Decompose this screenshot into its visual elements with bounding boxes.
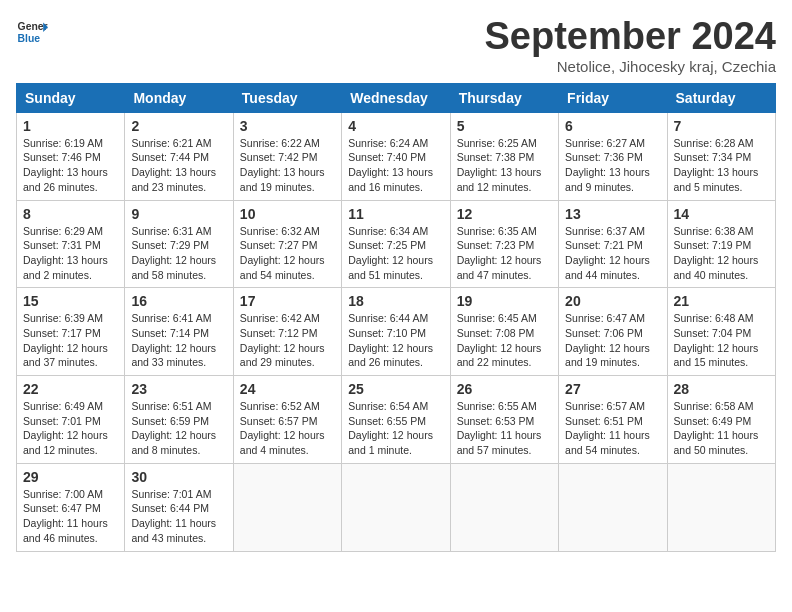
calendar-cell: 4Sunrise: 6:24 AM Sunset: 7:40 PM Daylig… <box>342 112 450 200</box>
day-number: 27 <box>565 381 660 397</box>
calendar-cell: 12Sunrise: 6:35 AM Sunset: 7:23 PM Dayli… <box>450 200 558 288</box>
day-number: 21 <box>674 293 769 309</box>
day-info: Sunrise: 6:35 AM Sunset: 7:23 PM Dayligh… <box>457 224 552 283</box>
day-number: 28 <box>674 381 769 397</box>
day-number: 14 <box>674 206 769 222</box>
day-number: 3 <box>240 118 335 134</box>
dow-header: Friday <box>559 83 667 112</box>
calendar-cell <box>559 463 667 551</box>
day-info: Sunrise: 6:22 AM Sunset: 7:42 PM Dayligh… <box>240 136 335 195</box>
calendar-cell: 29Sunrise: 7:00 AM Sunset: 6:47 PM Dayli… <box>17 463 125 551</box>
day-number: 26 <box>457 381 552 397</box>
day-info: Sunrise: 6:55 AM Sunset: 6:53 PM Dayligh… <box>457 399 552 458</box>
day-number: 7 <box>674 118 769 134</box>
day-info: Sunrise: 6:32 AM Sunset: 7:27 PM Dayligh… <box>240 224 335 283</box>
day-info: Sunrise: 6:54 AM Sunset: 6:55 PM Dayligh… <box>348 399 443 458</box>
calendar-cell: 10Sunrise: 6:32 AM Sunset: 7:27 PM Dayli… <box>233 200 341 288</box>
day-info: Sunrise: 6:25 AM Sunset: 7:38 PM Dayligh… <box>457 136 552 195</box>
calendar-week-row: 29Sunrise: 7:00 AM Sunset: 6:47 PM Dayli… <box>17 463 776 551</box>
days-of-week-row: SundayMondayTuesdayWednesdayThursdayFrid… <box>17 83 776 112</box>
day-number: 25 <box>348 381 443 397</box>
calendar-cell <box>450 463 558 551</box>
day-number: 22 <box>23 381 118 397</box>
day-info: Sunrise: 6:58 AM Sunset: 6:49 PM Dayligh… <box>674 399 769 458</box>
day-number: 19 <box>457 293 552 309</box>
day-number: 29 <box>23 469 118 485</box>
calendar-week-row: 22Sunrise: 6:49 AM Sunset: 7:01 PM Dayli… <box>17 376 776 464</box>
day-info: Sunrise: 6:44 AM Sunset: 7:10 PM Dayligh… <box>348 311 443 370</box>
day-info: Sunrise: 6:28 AM Sunset: 7:34 PM Dayligh… <box>674 136 769 195</box>
day-number: 17 <box>240 293 335 309</box>
logo-icon: General Blue <box>16 16 48 48</box>
day-info: Sunrise: 6:24 AM Sunset: 7:40 PM Dayligh… <box>348 136 443 195</box>
day-info: Sunrise: 6:29 AM Sunset: 7:31 PM Dayligh… <box>23 224 118 283</box>
day-number: 18 <box>348 293 443 309</box>
dow-header: Sunday <box>17 83 125 112</box>
calendar-cell <box>233 463 341 551</box>
day-info: Sunrise: 6:45 AM Sunset: 7:08 PM Dayligh… <box>457 311 552 370</box>
calendar-cell: 14Sunrise: 6:38 AM Sunset: 7:19 PM Dayli… <box>667 200 775 288</box>
day-number: 10 <box>240 206 335 222</box>
calendar-week-row: 15Sunrise: 6:39 AM Sunset: 7:17 PM Dayli… <box>17 288 776 376</box>
calendar-cell: 5Sunrise: 6:25 AM Sunset: 7:38 PM Daylig… <box>450 112 558 200</box>
day-number: 30 <box>131 469 226 485</box>
calendar-cell <box>667 463 775 551</box>
day-info: Sunrise: 6:31 AM Sunset: 7:29 PM Dayligh… <box>131 224 226 283</box>
day-number: 15 <box>23 293 118 309</box>
page-header: General Blue September 2024 Netolice, Ji… <box>16 16 776 75</box>
day-info: Sunrise: 6:21 AM Sunset: 7:44 PM Dayligh… <box>131 136 226 195</box>
day-number: 2 <box>131 118 226 134</box>
svg-text:Blue: Blue <box>18 33 41 44</box>
day-number: 13 <box>565 206 660 222</box>
day-info: Sunrise: 6:39 AM Sunset: 7:17 PM Dayligh… <box>23 311 118 370</box>
day-info: Sunrise: 6:51 AM Sunset: 6:59 PM Dayligh… <box>131 399 226 458</box>
day-info: Sunrise: 7:00 AM Sunset: 6:47 PM Dayligh… <box>23 487 118 546</box>
calendar-cell: 1Sunrise: 6:19 AM Sunset: 7:46 PM Daylig… <box>17 112 125 200</box>
day-info: Sunrise: 6:42 AM Sunset: 7:12 PM Dayligh… <box>240 311 335 370</box>
day-info: Sunrise: 6:27 AM Sunset: 7:36 PM Dayligh… <box>565 136 660 195</box>
month-title: September 2024 <box>485 16 777 58</box>
title-block: September 2024 Netolice, Jihocesky kraj,… <box>485 16 777 75</box>
calendar-cell: 30Sunrise: 7:01 AM Sunset: 6:44 PM Dayli… <box>125 463 233 551</box>
location-subtitle: Netolice, Jihocesky kraj, Czechia <box>485 58 777 75</box>
day-number: 23 <box>131 381 226 397</box>
calendar-body: 1Sunrise: 6:19 AM Sunset: 7:46 PM Daylig… <box>17 112 776 551</box>
day-info: Sunrise: 6:48 AM Sunset: 7:04 PM Dayligh… <box>674 311 769 370</box>
day-number: 5 <box>457 118 552 134</box>
day-info: Sunrise: 7:01 AM Sunset: 6:44 PM Dayligh… <box>131 487 226 546</box>
calendar-cell: 23Sunrise: 6:51 AM Sunset: 6:59 PM Dayli… <box>125 376 233 464</box>
day-info: Sunrise: 6:19 AM Sunset: 7:46 PM Dayligh… <box>23 136 118 195</box>
day-info: Sunrise: 6:47 AM Sunset: 7:06 PM Dayligh… <box>565 311 660 370</box>
dow-header: Thursday <box>450 83 558 112</box>
day-info: Sunrise: 6:41 AM Sunset: 7:14 PM Dayligh… <box>131 311 226 370</box>
dow-header: Wednesday <box>342 83 450 112</box>
calendar-cell: 21Sunrise: 6:48 AM Sunset: 7:04 PM Dayli… <box>667 288 775 376</box>
calendar-cell: 25Sunrise: 6:54 AM Sunset: 6:55 PM Dayli… <box>342 376 450 464</box>
day-number: 9 <box>131 206 226 222</box>
calendar-cell: 26Sunrise: 6:55 AM Sunset: 6:53 PM Dayli… <box>450 376 558 464</box>
calendar-cell: 6Sunrise: 6:27 AM Sunset: 7:36 PM Daylig… <box>559 112 667 200</box>
calendar-cell: 11Sunrise: 6:34 AM Sunset: 7:25 PM Dayli… <box>342 200 450 288</box>
calendar-cell: 3Sunrise: 6:22 AM Sunset: 7:42 PM Daylig… <box>233 112 341 200</box>
calendar-cell: 16Sunrise: 6:41 AM Sunset: 7:14 PM Dayli… <box>125 288 233 376</box>
day-number: 16 <box>131 293 226 309</box>
day-number: 12 <box>457 206 552 222</box>
calendar-cell: 19Sunrise: 6:45 AM Sunset: 7:08 PM Dayli… <box>450 288 558 376</box>
day-number: 20 <box>565 293 660 309</box>
day-info: Sunrise: 6:57 AM Sunset: 6:51 PM Dayligh… <box>565 399 660 458</box>
day-info: Sunrise: 6:37 AM Sunset: 7:21 PM Dayligh… <box>565 224 660 283</box>
day-number: 24 <box>240 381 335 397</box>
calendar-cell: 24Sunrise: 6:52 AM Sunset: 6:57 PM Dayli… <box>233 376 341 464</box>
day-number: 1 <box>23 118 118 134</box>
day-number: 8 <box>23 206 118 222</box>
calendar-cell: 20Sunrise: 6:47 AM Sunset: 7:06 PM Dayli… <box>559 288 667 376</box>
day-info: Sunrise: 6:34 AM Sunset: 7:25 PM Dayligh… <box>348 224 443 283</box>
calendar-week-row: 1Sunrise: 6:19 AM Sunset: 7:46 PM Daylig… <box>17 112 776 200</box>
logo: General Blue <box>16 16 48 48</box>
calendar-cell: 22Sunrise: 6:49 AM Sunset: 7:01 PM Dayli… <box>17 376 125 464</box>
dow-header: Tuesday <box>233 83 341 112</box>
calendar-cell: 13Sunrise: 6:37 AM Sunset: 7:21 PM Dayli… <box>559 200 667 288</box>
calendar-cell: 7Sunrise: 6:28 AM Sunset: 7:34 PM Daylig… <box>667 112 775 200</box>
day-info: Sunrise: 6:38 AM Sunset: 7:19 PM Dayligh… <box>674 224 769 283</box>
dow-header: Monday <box>125 83 233 112</box>
